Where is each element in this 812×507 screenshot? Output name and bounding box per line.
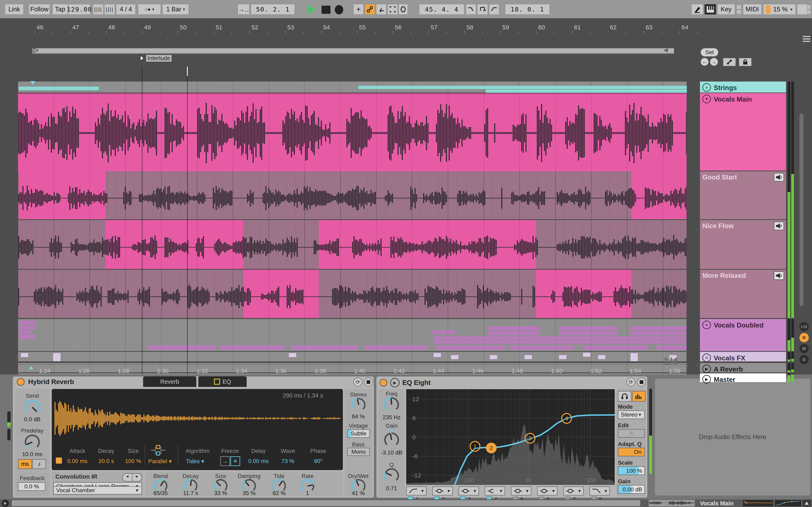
lane-vocals-fx[interactable] [18,352,687,361]
track-fold-icon[interactable]: ≡ [702,321,711,329]
track-header-more-relaxed[interactable]: More Relaxed [700,270,786,318]
track-header-vocals-doubled[interactable]: ≡Vocals Doubled [700,319,786,351]
take-audition-button[interactable] [774,222,784,230]
vertical-scrollbar[interactable] [799,114,804,306]
freeze-in-button[interactable]: → [220,456,230,466]
phase-value[interactable]: 90° [305,458,332,464]
clip-fx-block[interactable] [630,353,638,357]
stereo-knob[interactable] [351,397,366,412]
band-filter-select[interactable]: ▼ [537,487,557,496]
band-filter-select[interactable]: ▼ [406,487,426,496]
clip-fx-block[interactable] [53,353,60,357]
band-filter-select[interactable]: ▼ [433,487,453,496]
q-knob[interactable] [384,468,400,484]
band-filter-select[interactable]: ▼ [459,487,479,496]
clip-doubled-segment[interactable] [433,330,455,334]
track-header-vocals-fx[interactable]: ≡Vocals FX [700,352,786,361]
eq-enable-icon[interactable] [214,379,220,385]
next-locator-button[interactable]: → [710,58,718,66]
scale-slider[interactable]: 100 % [618,466,645,475]
device-thumbnail-hybrid-reverb[interactable] [743,500,773,507]
clip-doubled-segment[interactable] [148,345,215,350]
stereo-value[interactable]: 84 % [346,413,371,420]
device-title[interactable]: Hybrid Reverb [28,378,74,386]
band-filter-select[interactable]: ▼ [511,487,531,496]
decay-value[interactable]: 11.7 s [179,490,203,497]
freeze-delay-value[interactable]: 0.00 ms [244,458,273,464]
eq-graph[interactable]: 1260-6-121001k10k1234 [406,389,615,485]
loop-length-field[interactable]: 18. 0. 1 [505,4,550,15]
follow-button[interactable]: Follow [29,4,50,15]
device-thumbnail-eq-eight[interactable] [775,500,802,507]
lane-take-more[interactable] [18,270,687,318]
punch-in-button[interactable] [466,4,476,15]
ir-decay-value[interactable]: 20.0 s [92,458,120,464]
lane-take-nice[interactable] [18,220,687,269]
capture-range-button[interactable] [388,4,398,15]
track-header-a-reverb[interactable]: ▶A Reverb [700,363,786,372]
lane-vocals-doubled[interactable] [18,319,687,351]
gain-knob[interactable] [384,432,400,448]
clip-doubled-segment[interactable] [583,345,648,350]
time-ruler[interactable]: 1:241:261:281:301:321:341:361:381:401:42… [18,364,687,375]
set-locator-button[interactable]: Set [701,48,718,56]
analyzer-toggle[interactable] [632,391,646,402]
clip-fx-block[interactable] [598,355,605,359]
send-value[interactable]: 0.0 dB [15,416,50,422]
send-knob[interactable] [24,399,40,415]
feedback-value[interactable]: 0.0 % [18,482,45,491]
rate-value[interactable]: 1 [295,490,320,497]
arrangement-follow-button[interactable]: →‥ [238,4,250,15]
clip-doubled-segment[interactable] [19,321,36,325]
track-fold-icon[interactable]: ▼ [702,95,711,103]
tempo-field[interactable]: 129.00 [68,4,91,15]
prev-ir-button[interactable]: ◂ [123,474,132,481]
edit-ab-button[interactable]: A [618,429,645,438]
clip-fx-block[interactable] [559,355,566,359]
device-activator[interactable] [17,378,24,386]
clip-fx-block[interactable] [53,357,60,361]
clip-fx-block[interactable] [451,355,458,359]
metronome-button[interactable]: ○●▾ [138,4,161,15]
clip-doubled-segment[interactable] [657,345,687,350]
device-activator[interactable] [379,379,387,387]
track-io-selector-icon[interactable] [803,35,810,43]
loop-start-field[interactable]: 45. 4. 4 [419,4,464,15]
clip-doubled-segment[interactable] [630,326,687,330]
preview-play-button[interactable] [2,500,9,507]
vintage-select[interactable]: Subtle [347,430,370,438]
attack-value[interactable]: 0.00 ms [61,458,94,464]
fold-device-icon[interactable]: ▶ [390,378,400,387]
take-audition-button[interactable] [774,173,784,181]
stop-button[interactable] [321,6,331,14]
clip-doubled-segment[interactable] [559,331,617,335]
adapt-q-toggle[interactable]: On [618,448,645,456]
beat-sync-toggle[interactable]: ♪ [32,459,46,469]
lock-envelopes-button[interactable] [739,58,752,66]
side-button-r[interactable]: R [799,333,809,342]
dry-wet-value[interactable]: 41 % [346,490,371,497]
clip-fx-block[interactable] [583,353,590,357]
track-header-master[interactable]: ▶Master [700,373,786,382]
side-button-i-o[interactable]: I-O [799,322,809,331]
clip-doubled-segment[interactable] [559,326,617,330]
clip-fx-block[interactable] [289,353,296,357]
clip-doubled-segment[interactable] [291,345,358,350]
groove-nudge-up-icon[interactable]: |||| [104,4,115,15]
q-value[interactable]: 0.71 [377,485,406,492]
draw-automation-button[interactable] [692,4,703,15]
bass-mono-select[interactable]: Mono [347,448,370,456]
clip-doubled-segment[interactable] [434,336,687,340]
mode-select[interactable]: Stereo▼ [618,410,645,419]
audition-button[interactable] [618,391,631,402]
device-title[interactable]: EQ Eight [402,379,430,387]
link-button[interactable]: Link [5,4,23,15]
show-hide-device-view-button[interactable] [803,500,811,507]
clip-waveform-thumbnail[interactable] [649,500,695,507]
tab-eq[interactable]: EQ [198,377,247,387]
clip-doubled-segment[interactable] [436,345,505,350]
clip-doubled-segment[interactable] [365,345,427,350]
next-ir-button[interactable]: ▸ [132,474,142,481]
clip-doubled-segment[interactable] [488,326,540,330]
ir-size-value[interactable]: 100 % [120,458,146,464]
